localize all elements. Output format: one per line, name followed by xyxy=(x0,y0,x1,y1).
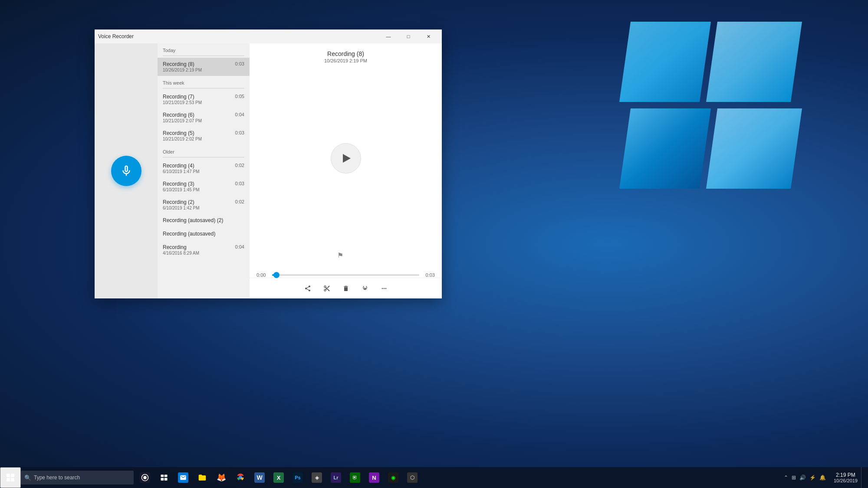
recording-info: Recording (8) 10/26/2019 2:19 PM xyxy=(163,61,233,72)
system-clock[interactable]: 2:19 PM 10/26/2019 xyxy=(830,472,861,483)
list-item[interactable]: Recording (autosaved) (2) xyxy=(158,214,250,227)
list-item[interactable]: Recording (5) 10/21/2019 2:02 PM 0:03 xyxy=(158,127,250,145)
time-start: 0:00 xyxy=(256,272,269,278)
battery-icon[interactable]: ⚡ xyxy=(809,474,817,481)
divider-this-week xyxy=(163,88,244,88)
svg-rect-4 xyxy=(161,478,164,481)
minimize-button[interactable]: — xyxy=(378,29,398,43)
section-today: Today xyxy=(158,43,250,55)
delete-icon xyxy=(342,285,349,292)
window-body: Today Recording (8) 10/26/2019 2:19 PM 0… xyxy=(95,43,442,298)
playback-panel: Recording (8) 10/26/2019 2:19 PM ⚑ 0:00 xyxy=(250,43,442,298)
playback-header: Recording (8) 10/26/2019 2:19 PM xyxy=(250,43,442,70)
divider-older xyxy=(163,157,244,157)
taskbar-app-14[interactable]: ◉ xyxy=(384,467,403,488)
list-item[interactable]: Recording (autosaved) xyxy=(158,227,250,241)
desktop: Voice Recorder — □ ✕ Today xyxy=(0,0,868,488)
playback-toolbar xyxy=(250,278,442,298)
taskbar-app-onenote[interactable]: N xyxy=(365,467,384,488)
taskbar-app-file-explorer[interactable] xyxy=(193,467,212,488)
windows-start-icon xyxy=(7,474,14,481)
search-placeholder: Type here to search xyxy=(34,475,80,481)
lr-label: Lr xyxy=(334,475,339,480)
excel-label: X xyxy=(277,475,281,481)
list-item[interactable]: Recording (7) 10/21/2019 2:53 PM 0:05 xyxy=(158,90,250,108)
taskbar-app-photoshop[interactable]: Ps xyxy=(288,467,307,488)
start-button[interactable] xyxy=(0,467,21,488)
svg-rect-5 xyxy=(164,478,168,481)
taskbar-app-12[interactable]: ⛨ xyxy=(345,467,365,488)
on-label: N xyxy=(372,475,376,481)
progress-bar[interactable] xyxy=(272,274,419,276)
voice-recorder-window: Voice Recorder — □ ✕ Today xyxy=(95,29,442,298)
close-button[interactable]: ✕ xyxy=(418,29,438,43)
taskbar-app-chrome[interactable] xyxy=(231,467,250,488)
volume-icon[interactable]: 🔊 xyxy=(799,474,807,481)
record-button[interactable] xyxy=(111,156,141,186)
play-button[interactable] xyxy=(331,143,361,174)
notifications-icon[interactable]: 🔔 xyxy=(819,474,827,481)
taskbar-app-lightroom[interactable]: Lr xyxy=(326,467,345,488)
share-icon xyxy=(304,285,311,292)
list-item[interactable]: Recording (3) 6/10/2019 1:45 PM 0:03 xyxy=(158,177,250,196)
divider-today xyxy=(163,56,244,56)
taskbar-app-mail[interactable] xyxy=(174,467,193,488)
system-tray: ⌃ ⊞ 🔊 ⚡ 🔔 xyxy=(779,467,830,488)
chrome-icon xyxy=(236,473,245,482)
list-item[interactable]: Recording (8) 10/26/2019 2:19 PM 0:03 xyxy=(158,58,250,76)
list-item[interactable]: Recording (2) 6/10/2019 1:42 PM 0:02 xyxy=(158,196,250,214)
network-icon[interactable]: ⊞ xyxy=(791,474,797,481)
clock-date: 10/26/2019 xyxy=(834,478,858,483)
taskbar: 🔍 Type here to search xyxy=(0,467,868,488)
microphone-icon xyxy=(120,164,133,177)
trim-icon xyxy=(323,285,330,292)
svg-rect-2 xyxy=(161,475,164,477)
speed-button[interactable] xyxy=(355,279,375,298)
more-button[interactable] xyxy=(375,279,394,298)
playback-title: Recording (8) xyxy=(256,50,435,57)
title-bar: Voice Recorder — □ ✕ xyxy=(95,29,442,43)
cortana-icon xyxy=(141,474,149,481)
taskbar-apps: 🦊 W xyxy=(134,467,779,488)
share-button[interactable] xyxy=(298,279,317,298)
progress-thumb[interactable] xyxy=(273,272,279,278)
chevron-up-icon[interactable]: ⌃ xyxy=(783,474,789,481)
taskbar-app-word[interactable]: W xyxy=(250,467,269,488)
file-explorer-icon xyxy=(198,473,207,482)
search-icon: 🔍 xyxy=(24,475,31,481)
list-item[interactable]: Recording 4/16/2016 8:29 AM 0:04 xyxy=(158,241,250,259)
task-view-icon xyxy=(160,474,168,481)
list-item[interactable]: Recording (6) 10/21/2019 2:07 PM 0:04 xyxy=(158,108,250,127)
trim-button[interactable] xyxy=(317,279,336,298)
taskbar-app-15[interactable]: ⬡ xyxy=(403,467,422,488)
taskbar-app-task-view[interactable] xyxy=(155,467,174,488)
window-title: Voice Recorder xyxy=(98,33,134,39)
svg-rect-3 xyxy=(164,475,168,477)
speed-icon xyxy=(362,285,368,292)
word-label: W xyxy=(256,474,262,481)
svg-point-1 xyxy=(143,476,147,479)
ps-label: Ps xyxy=(295,475,300,480)
delete-button[interactable] xyxy=(336,279,355,298)
more-icon xyxy=(381,285,388,292)
show-desktop-button[interactable] xyxy=(861,467,865,488)
taskbar-app-10[interactable]: ◈ xyxy=(307,467,326,488)
windows-logo-decoration xyxy=(625,22,799,195)
taskbar-app-cortana[interactable] xyxy=(135,467,155,488)
maximize-button[interactable]: □ xyxy=(398,29,418,43)
recording-list: Today Recording (8) 10/26/2019 2:19 PM 0… xyxy=(158,43,250,298)
taskbar-app-excel[interactable]: X xyxy=(269,467,288,488)
taskbar-app-firefox[interactable]: 🦊 xyxy=(212,467,231,488)
progress-container: 0:00 0:03 xyxy=(250,272,442,278)
time-end: 0:03 xyxy=(423,272,435,278)
title-bar-controls: — □ ✕ xyxy=(378,29,438,43)
clock-time: 2:19 PM xyxy=(834,472,858,478)
left-panel xyxy=(95,43,158,298)
playback-date: 10/26/2019 2:19 PM xyxy=(256,58,435,63)
taskbar-right: ⌃ ⊞ 🔊 ⚡ 🔔 2:19 PM 10/26/2019 xyxy=(779,467,868,488)
search-bar[interactable]: 🔍 Type here to search xyxy=(21,471,134,485)
mail-icon xyxy=(180,474,187,481)
list-item[interactable]: Recording (4) 6/10/2019 1:47 PM 0:02 xyxy=(158,159,250,177)
section-older: Older xyxy=(158,145,250,156)
flag-icon: ⚑ xyxy=(337,251,343,259)
